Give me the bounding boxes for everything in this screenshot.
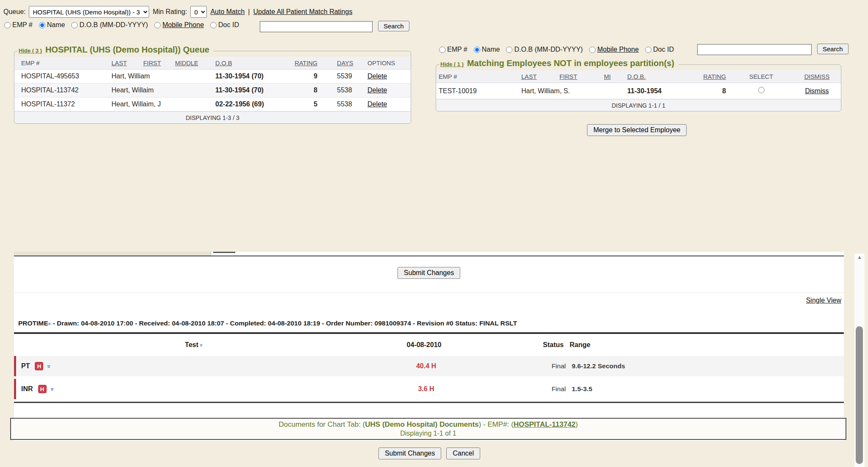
cell-empno: HOSPITAL-113742 [14,86,106,94]
col-last[interactable]: LAST [106,60,137,67]
lab-result-range: 1.5-3.5 [566,385,844,393]
footer-actions: Submit Changes Cancel [378,448,480,459]
left-radio-empno-input[interactable] [4,22,11,28]
right-radio-name-label: Name [482,46,500,53]
left-radio-mobile-label[interactable]: Mobile Phone [162,21,204,29]
horizontal-scrollbar-track[interactable] [14,252,211,256]
col-rating[interactable]: RATING [290,60,317,67]
scroll-up-arrow-icon[interactable]: ▲ [854,254,865,260]
queue-hide-link[interactable]: Hide ( 3 ) [19,47,42,54]
right-search-input[interactable] [697,44,812,55]
lab-result-value: 40.4 H [376,362,476,370]
delete-action[interactable]: Delete [353,72,411,80]
order-details: - Drawn: 04-08-2010 17:00 - Received: 04… [53,320,517,327]
vertical-scrollbar-thumb[interactable] [856,326,863,464]
left-radio-docid-input[interactable] [210,22,217,28]
left-radio-name-input[interactable] [39,22,45,28]
right-radio-dob-input[interactable] [506,47,512,53]
submit-changes-button[interactable]: Submit Changes [398,267,460,279]
lab-col-range: Range [564,341,844,349]
col-rating[interactable]: RATING [699,73,729,80]
col-dismiss[interactable]: DISMISS [793,73,841,80]
right-radio-mobile-input[interactable] [589,47,595,53]
col-first[interactable]: FIRST [557,73,601,80]
col-middle[interactable]: MIDDLE [169,60,209,67]
cell-empno: HOSPITAL-11372 [14,100,106,108]
col-first[interactable]: FIRST [137,60,169,67]
left-radio-dob-input[interactable] [71,22,78,28]
footer-submit-changes-button[interactable]: Submit Changes [378,448,441,459]
right-search-button[interactable]: Search [817,44,849,54]
queue-table-footer: DISPLAYING 1-3 / 3 [14,111,411,123]
order-test-name: PROTIME [18,320,48,327]
lab-row-inr: INR H » 3.6 H Final 1.5-3.5 [14,379,844,399]
cell-dob: 11-30-1954 (70) [209,86,290,94]
match-panel: Hide ( 1 ) Matching Employees NOT in emp… [436,64,841,111]
left-radio-mobile[interactable]: Mobile Phone [154,21,204,29]
horizontal-scrollbar-thumb[interactable] [213,252,235,256]
left-radio-name[interactable]: Name [39,21,65,29]
lab-test-cell: PT H » [16,362,376,370]
cell-rating: 8 [290,86,317,94]
right-radio-docid-input[interactable] [645,47,651,53]
documents-title: Documents for Chart Tab: (UHS (Demo Hosp… [11,420,846,429]
match-hide-link[interactable]: Hide ( 1 ) [440,61,464,67]
results-panel: Submit Changes Single View PROTIME» - Dr… [14,252,844,441]
left-radio-dob-label: D.O.B (MM-DD-YYYY) [79,21,148,29]
expand-order-icon[interactable]: » [47,322,53,325]
right-radio-empno[interactable]: EMP # [439,46,467,53]
lab-test-cell: INR H » [16,385,376,393]
col-last[interactable]: LAST [519,73,557,80]
expand-result-icon[interactable]: » [49,387,56,391]
left-search-button[interactable]: Search [378,21,409,31]
right-radio-docid[interactable]: Doc ID [645,46,674,53]
match-panel-legend: Hide ( 1 ) Matching Employees NOT in emp… [440,58,679,68]
delete-action[interactable]: Delete [353,86,411,94]
emp-number-link[interactable]: HOSPITAL-113742 [514,420,576,428]
col-dob[interactable]: D.O.B [209,60,290,67]
expand-result-icon[interactable]: » [46,364,53,368]
queue-select[interactable]: HOSPITAL (UHS (Demo Hospital)) - 3 [29,6,149,18]
vertical-scrollbar[interactable]: ▲ [854,253,865,467]
auto-match-link[interactable]: Auto Match [210,8,245,16]
horizontal-scrollbar[interactable] [14,252,844,256]
delete-action[interactable]: Delete [353,100,411,108]
sort-test-icon[interactable]: » [199,344,205,347]
cell-dob: 11-30-1954 (70) [209,72,290,80]
update-all-ratings-link[interactable]: Update All Patient Match Ratings [253,8,353,16]
left-radio-dob[interactable]: D.O.B (MM-DD-YYYY) [71,21,148,29]
lab-table-bottom-border [14,402,844,403]
left-radio-empno[interactable]: EMP # [4,21,33,29]
min-rating-select[interactable]: 0 [190,6,207,18]
merge-to-selected-button[interactable]: Merge to Selected Employee [587,124,687,136]
right-radio-mobile-label[interactable]: Mobile Phone [597,46,639,53]
right-radio-empno-input[interactable] [439,47,445,53]
order-header-line: PROTIME» - Drawn: 04-08-2010 17:00 - Rec… [18,320,517,327]
right-radio-mobile[interactable]: Mobile Phone [589,46,639,53]
top-toolbar: Queue: HOSPITAL (UHS (Demo Hospital)) - … [3,6,352,18]
footer-cancel-button[interactable]: Cancel [446,448,480,459]
col-mi[interactable]: MI [601,73,625,80]
merge-select-radio[interactable] [758,87,765,93]
col-days[interactable]: DAYS [317,60,353,67]
queue-label: Queue: [3,8,25,16]
lab-col-date: 04-08-2010 [374,341,474,349]
right-radio-name-input[interactable] [474,47,480,53]
left-radio-docid[interactable]: Doc ID [210,21,239,29]
left-search-input[interactable] [260,21,373,32]
queue-panel-title: HOSPITAL (UHS (Demo Hospital)) Queue [45,45,209,55]
link-separator: | [248,8,250,16]
left-radio-mobile-input[interactable] [154,22,161,28]
left-radio-docid-label: Doc ID [218,21,239,29]
cell-rating: 9 [290,72,317,80]
right-radio-dob[interactable]: D.O.B (MM-DD-YYYY) [506,46,583,53]
cell-days: 5538 [317,100,353,108]
dismiss-action[interactable]: Dismiss [793,87,841,95]
col-dob[interactable]: D.O.B. [625,73,699,80]
queue-table-row: HOSPITAL-11372 Heart, Willaim, J 02-22-1… [14,97,411,111]
match-table-footer: DISPLAYING 1-1 / 1 [436,99,841,111]
right-radio-name[interactable]: Name [474,46,500,53]
cell-name: Heart, Willaim [106,86,209,94]
col-options: OPTIONS [353,60,411,67]
single-view-link[interactable]: Single View [806,297,841,304]
